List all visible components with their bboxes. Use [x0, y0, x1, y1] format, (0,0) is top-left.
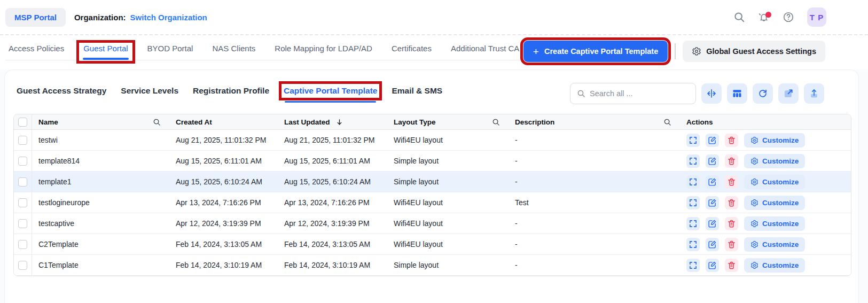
col-header-description[interactable]: Description [509, 114, 680, 129]
expand-icon [689, 261, 698, 270]
cell-last-updated: Apr 13, 2024, 7:16:26 PM [278, 192, 387, 213]
delete-button[interactable] [725, 259, 738, 272]
subtab-captive-portal-template[interactable]: Captive Portal Template [284, 86, 377, 96]
tab-access-policies[interactable]: Access Policies [5, 44, 67, 60]
expand-button[interactable] [686, 238, 700, 251]
customize-button[interactable]: Customize [744, 133, 805, 147]
customize-button[interactable]: Customize [744, 196, 805, 210]
cell-description: - [509, 255, 680, 275]
avatar[interactable]: T P [807, 7, 826, 27]
tab-certificates[interactable]: Certificates [388, 44, 435, 60]
delete-button[interactable] [725, 175, 738, 189]
edit-icon [708, 198, 717, 207]
expand-button[interactable] [686, 154, 700, 168]
edit-button[interactable] [706, 175, 719, 189]
column-search-icon[interactable] [153, 118, 161, 126]
subtab-service-levels[interactable]: Service Levels [121, 86, 178, 96]
column-search-icon[interactable] [663, 118, 671, 126]
create-captive-portal-template-button[interactable]: + Create Captive Portal Template [523, 41, 668, 62]
row-checkbox-cell [14, 151, 32, 171]
expand-button[interactable] [686, 196, 700, 209]
export-upload-button[interactable] [804, 83, 824, 104]
tab-additional-trust-ca[interactable]: Additional Trust CA [448, 44, 522, 60]
col-header-name[interactable]: Name [32, 114, 169, 129]
table-row: testcaptive Apr 12, 2024, 3:19:39 PM Apr… [14, 213, 851, 234]
delete-button[interactable] [725, 217, 738, 230]
gear-icon [750, 199, 758, 207]
columns-layout-button[interactable] [727, 83, 747, 104]
row-checkbox[interactable] [18, 136, 27, 145]
cell-last-updated: Apr 12, 2024, 3:19:39 PM [278, 213, 387, 234]
cell-description: - [509, 130, 680, 150]
search-icon[interactable] [733, 11, 745, 23]
customize-button[interactable]: Customize [744, 175, 805, 189]
sub-tab-strip: Guest Access StrategyService LevelsRegis… [17, 86, 442, 96]
cell-name: testwi [32, 130, 169, 150]
customize-button[interactable]: Customize [744, 154, 805, 168]
delete-button[interactable] [725, 238, 738, 251]
sort-descending-icon[interactable] [335, 118, 343, 126]
create-button-label: Create Captive Portal Template [544, 47, 658, 56]
edit-button[interactable] [706, 259, 719, 272]
row-checkbox[interactable] [18, 219, 27, 228]
trash-icon [727, 240, 736, 249]
search-input[interactable] [590, 89, 689, 98]
edit-button[interactable] [706, 154, 719, 168]
delete-button[interactable] [725, 134, 738, 147]
customize-button[interactable]: Customize [744, 216, 805, 231]
cell-last-updated: Aug 15, 2025, 6:11:01 AM [278, 151, 387, 171]
subtab-email-sms[interactable]: Email & SMS [392, 86, 442, 96]
expand-icon [689, 136, 698, 145]
global-settings-label: Global Guest Access Settings [706, 47, 816, 56]
expand-button[interactable] [686, 217, 700, 230]
msp-portal-button[interactable]: MSP Portal [5, 8, 66, 27]
columns-layout-icon [732, 88, 742, 99]
row-checkbox-cell [14, 234, 32, 254]
global-guest-access-settings-button[interactable]: Global Guest Access Settings [683, 41, 825, 62]
tab-guest-portal[interactable]: Guest Portal [80, 44, 131, 60]
delete-button[interactable] [725, 196, 738, 209]
col-header-last-updated[interactable]: Last Updated [278, 114, 387, 129]
search-box [570, 83, 696, 104]
customize-button[interactable]: Customize [744, 237, 805, 252]
open-external-button[interactable] [778, 83, 799, 104]
row-checkbox[interactable] [18, 261, 27, 270]
edit-icon [708, 219, 717, 228]
delete-button[interactable] [725, 154, 738, 168]
tab-byod-portal[interactable]: BYOD Portal [144, 44, 197, 60]
select-all-cell [14, 114, 32, 129]
select-all-checkbox[interactable] [18, 118, 27, 127]
col-header-layout-type[interactable]: Layout Type [387, 114, 509, 129]
row-checkbox[interactable] [18, 240, 27, 249]
cell-created-at: Aug 21, 2025, 11:01:32 PM [169, 130, 278, 150]
subtab-guest-access-strategy[interactable]: Guest Access Strategy [17, 86, 106, 96]
column-search-icon[interactable] [492, 118, 500, 126]
subtab-registration-profile[interactable]: Registration Profile [193, 86, 269, 96]
expand-button[interactable] [686, 259, 700, 272]
expand-button[interactable] [686, 134, 700, 147]
edit-button[interactable] [706, 134, 719, 147]
row-checkbox[interactable] [18, 198, 27, 207]
col-header-created-at[interactable]: Created At [169, 114, 278, 129]
expand-button[interactable] [686, 175, 700, 189]
customize-label: Customize [762, 178, 799, 186]
tab-role-mapping-for-ldap-ad[interactable]: Role Mapping for LDAP/AD [271, 44, 376, 60]
column-resize-button[interactable] [701, 83, 722, 104]
customize-button[interactable]: Customize [744, 258, 805, 273]
switch-organization-link[interactable]: Switch Organization [130, 13, 207, 22]
help-icon[interactable] [783, 11, 794, 23]
cell-description: - [509, 172, 680, 192]
trash-icon [727, 198, 736, 207]
notification-bell-icon[interactable] [758, 11, 770, 23]
refresh-button[interactable] [753, 83, 773, 104]
gear-icon [750, 261, 758, 269]
edit-button[interactable] [706, 196, 719, 209]
row-checkbox[interactable] [18, 157, 27, 166]
row-checkbox[interactable] [18, 177, 27, 187]
edit-button[interactable] [706, 217, 719, 230]
cell-created-at: Aug 15, 2025, 6:10:24 AM [169, 172, 278, 192]
cell-name: testlogineurope [32, 192, 169, 213]
edit-button[interactable] [706, 238, 719, 251]
tab-nas-clients[interactable]: NAS Clients [209, 44, 259, 60]
col-header-actions: Actions [680, 114, 851, 129]
